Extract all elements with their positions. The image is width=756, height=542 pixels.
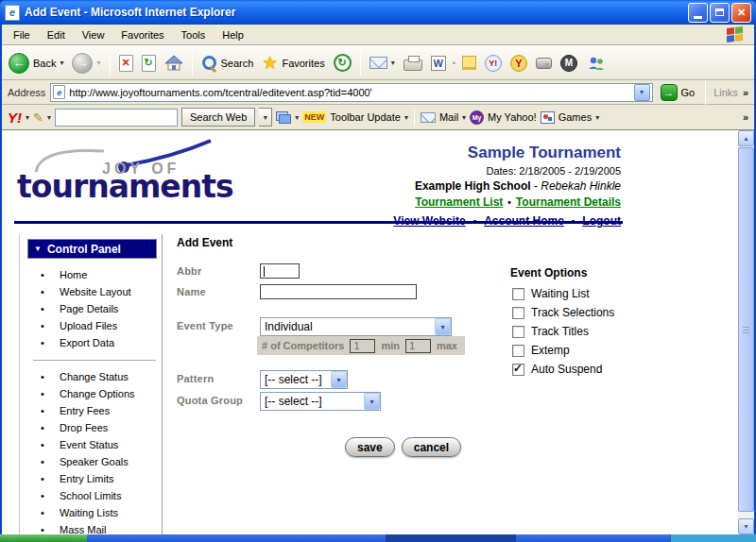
back-button[interactable]: ← Back ▾ (6, 51, 66, 76)
pencil-icon[interactable]: ✎ (33, 110, 43, 125)
menu-tools[interactable]: Tools (174, 27, 214, 42)
yahoo-mail-link[interactable]: Mail (439, 111, 458, 123)
refresh-button[interactable]: ↻ (139, 53, 159, 74)
my-yahoo-link[interactable]: My Yahoo! (488, 111, 537, 123)
track-titles-checkbox[interactable]: ✓ (512, 326, 524, 338)
search-web-button[interactable]: Search Web (181, 108, 255, 127)
pattern-select[interactable]: [-- select --] ▾ (260, 370, 348, 389)
mail-button[interactable]: ▾ (367, 55, 398, 71)
yahoo-messenger-button[interactable]: Y (507, 53, 530, 74)
menu-help[interactable]: Help (215, 27, 251, 42)
sidebar-item-upload-files[interactable]: •Upload Files (20, 317, 162, 334)
taskbar-window-button[interactable] (386, 534, 516, 542)
chevron-down-icon[interactable]: ▾ (435, 318, 451, 335)
sidebar-item-entry-limits[interactable]: •Entry Limits (20, 470, 162, 487)
address-dropdown-button[interactable]: ▾ (634, 84, 650, 101)
media-button[interactable]: M (558, 53, 580, 74)
bookmarks-stack-icon[interactable] (276, 111, 291, 124)
toolbar-update-link[interactable]: Toolbar Update (330, 111, 401, 123)
sidebar-item-page-details[interactable]: •Page Details (20, 300, 162, 317)
edit-with-word-button[interactable]: W (428, 54, 449, 73)
games-icon[interactable] (541, 111, 555, 124)
scrollbar-thumb[interactable] (738, 147, 754, 512)
search-web-dropdown-button[interactable]: ▾ (259, 108, 272, 127)
games-dropdown-icon[interactable]: ▾ (595, 113, 599, 122)
my-yahoo-icon[interactable]: My (470, 110, 484, 125)
messenger-button[interactable] (583, 54, 610, 73)
close-button[interactable]: ✕ (731, 3, 751, 23)
sidebar-item-speaker-goals[interactable]: •Speaker Goals (20, 453, 162, 470)
yahoo-overflow-icon[interactable]: » (743, 111, 748, 123)
minimize-button[interactable] (688, 3, 708, 23)
text-caret (264, 266, 265, 277)
tournament-list-link[interactable]: Tournament List (415, 195, 503, 209)
mail-dropdown-icon[interactable]: ▾ (462, 113, 466, 122)
competitors-min-input[interactable] (350, 339, 375, 353)
sidebar-item-drop-fees[interactable]: •Drop Fees (20, 419, 162, 436)
discuss-button[interactable] (533, 55, 555, 71)
sidebar-item-school-limits[interactable]: •School Limits (20, 487, 162, 504)
sidebar-item-website-layout[interactable]: •Website Layout (20, 283, 162, 300)
scroll-up-button[interactable]: ▲ (738, 130, 754, 146)
start-button[interactable] (0, 534, 87, 542)
control-panel-header[interactable]: ▼ Control Panel (27, 239, 157, 259)
sidebar-item-event-status[interactable]: •Event Status (20, 436, 162, 453)
event-type-select[interactable]: Individual ▾ (260, 317, 452, 336)
tournament-details-link[interactable]: Tournament Details (516, 195, 621, 209)
sidebar-item-change-options[interactable]: •Change Options (20, 385, 162, 402)
sidebar-item-mass-mail[interactable]: •Mass Mail (20, 521, 162, 534)
yahoo-dropdown-icon[interactable]: ▾ (26, 113, 29, 122)
notes-button[interactable] (459, 54, 479, 72)
sidebar-item-waiting-lists[interactable]: •Waiting Lists (20, 504, 162, 521)
quota-group-label: Quota Group (177, 395, 243, 406)
menu-edit[interactable]: Edit (40, 27, 73, 42)
favorites-button[interactable]: ★ Favorites (259, 53, 327, 73)
address-input[interactable]: e http://www.joyoftournaments.com/tcentr… (50, 83, 652, 102)
extemp-checkbox[interactable]: ✓ (512, 345, 524, 357)
go-button[interactable]: → Go (658, 82, 698, 103)
scroll-down-button[interactable]: ▼ (738, 518, 754, 534)
yahoo-mail-icon[interactable] (421, 112, 436, 123)
history-button[interactable]: ↻ (331, 52, 354, 74)
menu-file[interactable]: File (6, 27, 38, 42)
menu-view[interactable]: View (75, 27, 112, 42)
chevron-down-icon[interactable]: ▾ (364, 393, 380, 410)
name-input[interactable] (260, 284, 417, 299)
quota-group-select[interactable]: [-- select --] ▾ (260, 392, 381, 411)
menu-favorites[interactable]: Favorites (113, 27, 171, 42)
bullet-icon: • (41, 388, 60, 399)
mail-dropdown-icon[interactable]: ▾ (391, 59, 395, 67)
cancel-button[interactable]: cancel (402, 437, 461, 457)
restore-button[interactable] (710, 3, 730, 23)
search-button[interactable]: Search (198, 53, 257, 73)
track-selections-checkbox[interactable]: ✓ (512, 307, 524, 319)
yahoo-search-input[interactable] (55, 109, 178, 127)
stop-button[interactable]: ✕ (116, 53, 136, 74)
auto-suspend-checkbox[interactable]: ✓ (512, 364, 524, 376)
yahoo-logo[interactable]: Y! (8, 110, 22, 126)
sidebar-item-export-data[interactable]: •Export Data (20, 334, 162, 351)
abbr-input[interactable] (260, 263, 300, 279)
forward-button[interactable]: → ▾ (69, 51, 103, 76)
waiting-list-checkbox[interactable]: ✓ (512, 288, 524, 300)
name-label: Name (177, 286, 206, 297)
competitors-max-input[interactable] (405, 339, 431, 353)
stack-dropdown-icon[interactable]: ▾ (295, 113, 299, 122)
sidebar-item-home[interactable]: •Home (20, 266, 162, 283)
print-button[interactable] (401, 53, 425, 73)
sidebar-item-change-status[interactable]: •Change Status (20, 368, 162, 385)
vertical-scrollbar[interactable]: ▲ ▼ (738, 130, 754, 534)
games-link[interactable]: Games (558, 111, 592, 123)
pencil-dropdown-icon[interactable]: ▾ (47, 113, 51, 122)
chevron-down-icon[interactable]: ▾ (331, 371, 347, 388)
address-url[interactable]: http://www.joyoftournaments.com/tcentral… (69, 87, 629, 98)
chevron-overflow-icon[interactable]: » (743, 87, 748, 98)
links-label[interactable]: Links (713, 87, 738, 98)
update-dropdown-icon[interactable]: ▾ (404, 113, 408, 122)
save-button[interactable]: save (345, 437, 395, 457)
disabled-dropdown-dot: • (453, 59, 455, 68)
sidebar-item-entry-fees[interactable]: •Entry Fees (20, 402, 162, 419)
home-button[interactable] (162, 53, 186, 74)
yahoo-button[interactable]: Y! (482, 53, 505, 74)
back-dropdown-icon[interactable]: ▾ (60, 59, 63, 67)
